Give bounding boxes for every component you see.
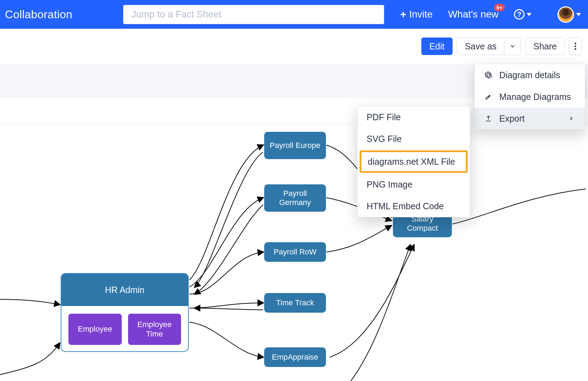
svg-point-0 [575, 43, 576, 45]
menu-item-label: SVG File [367, 134, 402, 144]
chevron-down-icon [576, 13, 581, 16]
node-emp-appraise[interactable]: EmpAppraise [264, 347, 326, 367]
help-button[interactable]: ? [514, 9, 532, 20]
menu-item-manage-diagrams[interactable]: Manage Diagrams [475, 86, 585, 108]
save-as-button[interactable]: Save as [457, 38, 505, 55]
whats-new-button[interactable]: What's new 9+ [448, 9, 499, 20]
export-pdf[interactable]: PDF File [358, 106, 470, 128]
menu-item-export[interactable]: Export [475, 108, 585, 129]
upload-icon [484, 114, 493, 123]
node-time-track[interactable]: Time Track [264, 293, 326, 313]
node-payroll-germany[interactable]: Payroll Germany [264, 184, 326, 212]
avatar [557, 6, 574, 23]
save-as-dropdown[interactable] [505, 38, 521, 55]
chip-employee[interactable]: Employee [68, 314, 122, 345]
invite-label: Invite [409, 9, 433, 20]
app-header: Collaboration + Invite What's new 9+ ? [0, 0, 588, 29]
menu-item-label: Export [499, 114, 524, 124]
export-png[interactable]: PNG Image [358, 174, 470, 195]
more-menu: Diagram details Manage Diagrams Export [474, 64, 585, 130]
menu-item-label: Manage Diagrams [499, 92, 571, 102]
diagram-canvas[interactable]: HR Admin Employee Employee Time Payroll … [0, 98, 588, 381]
chip-employee-time[interactable]: Employee Time [128, 314, 181, 345]
menu-item-label: HTML Embed Code [367, 201, 444, 211]
search-input[interactable] [131, 9, 376, 20]
menu-item-label: PDF File [367, 112, 401, 122]
menu-item-label: Diagram details [499, 70, 560, 80]
export-menu: PDF File SVG File diagrams.net XML File … [357, 106, 470, 217]
invite-button[interactable]: + Invite [400, 8, 433, 20]
more-vertical-icon [574, 42, 576, 50]
svg-point-2 [575, 48, 576, 50]
help-icon: ? [514, 9, 524, 20]
node-payroll-row[interactable]: Payroll RoW [264, 242, 326, 262]
menu-item-diagram-details[interactable]: Diagram details [475, 64, 585, 86]
menu-item-label: diagrams.net XML File [368, 157, 455, 167]
chevron-down-icon [527, 13, 532, 16]
edit-button[interactable]: Edit [421, 38, 453, 55]
chevron-down-icon [509, 43, 516, 49]
notification-badge: 9+ [494, 4, 505, 11]
action-bar: Edit Save as Share [0, 29, 588, 64]
gear-icon [484, 70, 493, 80]
whats-new-label: What's new [448, 9, 499, 20]
node-payroll-europe[interactable]: Payroll Europe [264, 132, 326, 159]
menu-item-label: PNG Image [367, 179, 413, 190]
app-title: Collaboration [5, 8, 72, 21]
wrench-icon [484, 92, 493, 101]
share-button[interactable]: Share [525, 38, 565, 55]
export-html[interactable]: HTML Embed Code [358, 195, 470, 217]
chevron-right-icon [567, 114, 576, 123]
node-hr-admin[interactable]: HR Admin Employee Employee Time [61, 273, 189, 352]
search-box[interactable] [123, 5, 384, 24]
more-button[interactable] [569, 38, 582, 55]
user-menu[interactable] [557, 6, 581, 23]
node-hr-admin-body: Employee Employee Time [61, 306, 188, 352]
export-svg[interactable]: SVG File [358, 128, 470, 150]
export-xml[interactable]: diagrams.net XML File [360, 150, 468, 173]
svg-point-1 [575, 46, 576, 47]
header-right: + Invite What's new 9+ ? [400, 6, 581, 23]
plus-icon: + [400, 8, 407, 20]
node-hr-admin-title: HR Admin [61, 274, 188, 306]
